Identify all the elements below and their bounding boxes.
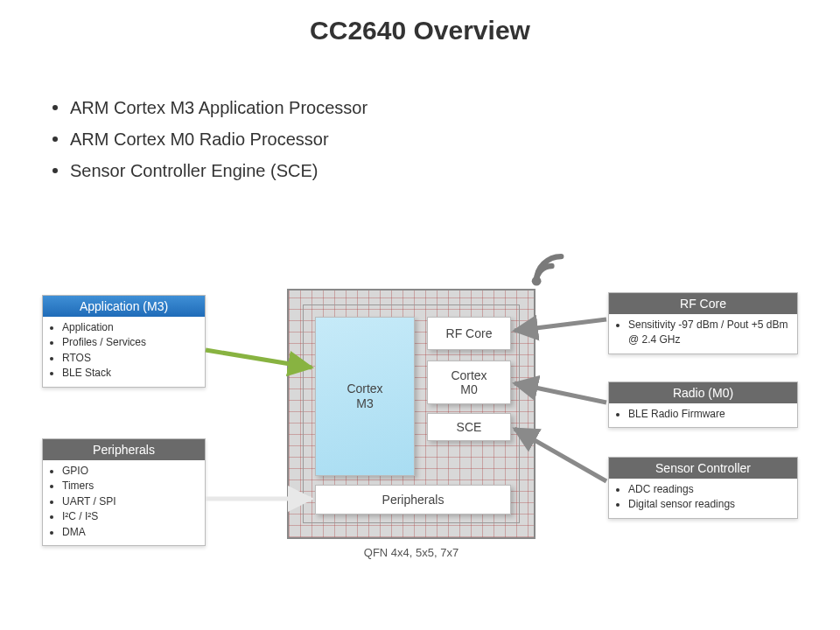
card-item: Timers xyxy=(62,479,200,494)
card-item: GPIO xyxy=(62,464,200,479)
card-item: ADC readings xyxy=(628,482,792,497)
bullet-item: Sensor Controller Engine (SCE) xyxy=(52,155,368,186)
card-item: Sensitivity -97 dBm / Pout +5 dBm @ 2.4 … xyxy=(628,318,792,348)
card-list: Sensitivity -97 dBm / Pout +5 dBm @ 2.4 … xyxy=(609,318,797,348)
card-header: Radio (M0) xyxy=(609,382,797,403)
card-peripherals: Peripherals GPIO Timers UART / SPI I²C /… xyxy=(42,438,206,546)
card-header: RF Core xyxy=(609,293,797,314)
card-item: Digital sensor readings xyxy=(628,497,792,512)
card-item: RTOS xyxy=(62,351,200,366)
wifi-icon xyxy=(523,243,570,290)
card-list: GPIO Timers UART / SPI I²C / I²S DMA xyxy=(43,464,205,540)
card-item: DMA xyxy=(62,525,200,540)
card-header: Sensor Controller xyxy=(609,458,797,479)
card-radio-m0: Radio (M0) BLE Radio Firmware xyxy=(608,382,798,428)
overview-bullets: ARM Cortex M3 Application Processor ARM … xyxy=(52,92,368,186)
card-item: BLE Stack xyxy=(62,366,200,381)
card-list: Application Profiles / Services RTOS BLE… xyxy=(43,320,205,382)
card-item: Application xyxy=(62,320,200,335)
chip-caption: QFN 4x4, 5x5, 7x7 xyxy=(287,546,536,559)
card-application-m3: Application (M3) Application Profiles / … xyxy=(42,295,206,388)
card-list: BLE Radio Firmware xyxy=(609,407,797,422)
card-header: Peripherals xyxy=(43,439,205,460)
bullet-item: ARM Cortex M0 Radio Processor xyxy=(52,123,368,155)
card-item: BLE Radio Firmware xyxy=(628,407,792,422)
page-title: CC2640 Overview xyxy=(0,16,840,46)
card-item: Profiles / Services xyxy=(62,335,200,350)
card-header: Application (M3) xyxy=(43,296,205,317)
card-rf-core: RF Core Sensitivity -97 dBm / Pout +5 dB… xyxy=(608,292,798,354)
card-list: ADC readings Digital sensor readings xyxy=(609,482,797,513)
svg-point-0 xyxy=(532,276,542,286)
block-rf-core: RF Core xyxy=(427,317,511,350)
card-sensor-controller: Sensor Controller ADC readings Digital s… xyxy=(608,457,798,519)
chip-package: Cortex M3 RF Core Cortex M0 SCE Peripher… xyxy=(287,289,536,539)
block-sce: SCE xyxy=(427,413,511,441)
block-cortex-m0: Cortex M0 xyxy=(427,360,511,404)
block-peripherals: Peripherals xyxy=(315,485,511,514)
card-item: UART / SPI xyxy=(62,494,200,509)
chip-outline: Cortex M3 RF Core Cortex M0 SCE Peripher… xyxy=(287,289,536,539)
block-cortex-m3: Cortex M3 xyxy=(315,317,415,476)
bullet-item: ARM Cortex M3 Application Processor xyxy=(52,92,368,123)
card-item: I²C / I²S xyxy=(62,509,200,524)
